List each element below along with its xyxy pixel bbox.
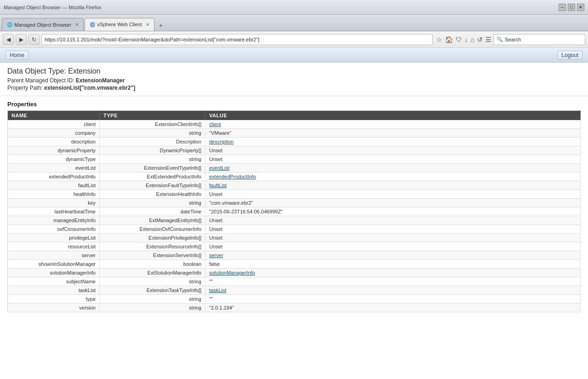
cell-value: "VMware" — [206, 129, 581, 138]
cell-type: string — [100, 304, 206, 312]
value-link[interactable]: description — [209, 139, 234, 144]
table-row: descriptionDescriptiondescription — [8, 138, 581, 146]
top-bar: Home Logout — [0, 48, 588, 63]
properties-table: NAME TYPE VALUE clientExtensionClientInf… — [7, 110, 581, 312]
table-row: taskListExtensionTaskTypeInfo[]taskList — [8, 286, 581, 295]
cell-value: false — [206, 260, 581, 269]
search-bar[interactable]: 🔍 — [493, 34, 585, 45]
maximize-button[interactable]: □ — [568, 4, 575, 11]
url-text: https://10.115.1.201/mob/?moid=Extension… — [45, 37, 259, 42]
download-icon[interactable]: ↓ — [465, 36, 468, 43]
cell-value: "2015-06-23T16:54:06.046999Z" — [206, 207, 581, 216]
table-row: serverExtensionServerInfo[]server — [8, 251, 581, 260]
properties-heading: Properties — [7, 101, 581, 108]
tab1-label: Managed Object Browser — [14, 22, 71, 28]
table-header: NAME TYPE VALUE — [8, 111, 581, 121]
title-bar: Managed Object Browser — Mozilla Firefox… — [0, 0, 588, 15]
tab1-close[interactable]: ✕ — [75, 22, 79, 27]
title-value: Extension — [68, 67, 100, 75]
parent-object: Parent Managed Object ID: ExtensionManag… — [7, 77, 581, 84]
tab2-label: vSphere Web Client — [97, 22, 142, 27]
cell-type: string — [100, 277, 206, 286]
cell-value: "" — [206, 295, 581, 304]
url-bar[interactable]: https://10.115.1.201/mob/?moid=Extension… — [41, 34, 433, 45]
cell-type: string — [100, 199, 206, 207]
new-tab-button[interactable]: + — [155, 20, 166, 31]
cell-name: dynamicProperty — [8, 146, 100, 155]
table-row: faultListExtensionFaultTypeInfo[]faultLi… — [8, 181, 581, 190]
value-link[interactable]: server — [209, 253, 223, 258]
value-link[interactable]: solutionManagerInfo — [209, 270, 255, 276]
forward-button[interactable]: ▶ — [16, 34, 27, 45]
cell-type: DynamicProperty[] — [100, 146, 206, 155]
shield-icon[interactable]: 🛡 — [456, 36, 462, 43]
bookmark-icon[interactable]: ☆ — [436, 36, 442, 43]
cell-value: client — [206, 120, 581, 129]
path-label: Property Path: — [7, 85, 44, 91]
cell-name: faultList — [8, 181, 100, 190]
search-input[interactable] — [505, 37, 582, 42]
table-row: shownInSolutionManagerbooleanfalse — [8, 260, 581, 269]
cell-value: taskList — [206, 286, 581, 295]
cell-value: eventList — [206, 164, 581, 172]
cell-type: ExtensionResourceInfo[] — [100, 242, 206, 251]
tab2-close[interactable]: ✕ — [146, 22, 149, 27]
cell-type: boolean — [100, 260, 206, 269]
col-type: TYPE — [100, 111, 206, 121]
cell-value: extendedProductInfo — [206, 172, 581, 181]
table-row: subjectNamestring"" — [8, 277, 581, 286]
cell-value: description — [206, 138, 581, 146]
home-link[interactable]: Home — [6, 51, 29, 60]
cell-type: ExtManagedEntityInfo[] — [100, 216, 206, 225]
cell-name: description — [8, 138, 100, 146]
minimize-button[interactable]: ─ — [559, 4, 566, 11]
table-row: lastHeartbeatTimedateTime"2015-06-23T16:… — [8, 207, 581, 216]
table-row: ovfConsumerInfoExtensionOvfConsumerInfoU… — [8, 225, 581, 234]
cell-value: "" — [206, 277, 581, 286]
logout-button[interactable]: Logout — [557, 51, 582, 60]
refresh-icon: ↻ — [32, 36, 36, 43]
value-link[interactable]: client — [209, 121, 221, 127]
cell-name: server — [8, 251, 100, 260]
parent-value: ExtensionManager — [76, 77, 125, 84]
navigation-bar: ◀ ▶ ↻ https://10.115.1.201/mob/?moid=Ext… — [0, 31, 588, 48]
cell-type: string — [100, 295, 206, 304]
cell-value: Unset — [206, 146, 581, 155]
value-link[interactable]: taskList — [209, 287, 226, 293]
home-nav-icon[interactable]: 🏠 — [445, 36, 453, 43]
cell-name: subjectName — [8, 277, 100, 286]
refresh-button[interactable]: ↻ — [29, 34, 40, 45]
value-link[interactable]: extendedProductInfo — [209, 174, 256, 179]
cell-name: privilegeList — [8, 234, 100, 242]
cell-value: solutionManagerInfo — [206, 269, 581, 277]
cell-name: managedEntityInfo — [8, 216, 100, 225]
cell-type: string — [100, 155, 206, 164]
tab1-icon: 🌐 — [7, 22, 12, 27]
cell-type: ExtensionOvfConsumerInfo — [100, 225, 206, 234]
tab-vsphere-web-client[interactable]: 🌀 vSphere Web Client ✕ — [85, 18, 154, 31]
properties-section: Properties NAME TYPE VALUE clientExtensi… — [0, 96, 588, 317]
home2-icon[interactable]: ⌂ — [471, 36, 474, 43]
nav-icons: ☆ 🏠 🛡 ↓ ⌂ ↺ ☰ — [436, 36, 491, 43]
table-row: clientExtensionClientInfo[]client — [8, 120, 581, 129]
back-button[interactable]: ◀ — [3, 34, 14, 45]
value-link[interactable]: faultList — [209, 183, 227, 188]
value-link[interactable]: eventList — [209, 165, 229, 171]
table-row: managedEntityInfoExtManagedEntityInfo[]U… — [8, 216, 581, 225]
cell-type: ExtensionFaultTypeInfo[] — [100, 181, 206, 190]
header-section: Data Object Type: Extension Parent Manag… — [0, 63, 588, 96]
tab-managed-object-browser[interactable]: 🌐 Managed Object Browser ✕ — [2, 18, 84, 31]
search-icon: 🔍 — [497, 36, 503, 42]
table-header-row: NAME TYPE VALUE — [8, 111, 581, 121]
cell-type: Description — [100, 138, 206, 146]
cell-name: company — [8, 129, 100, 138]
cell-name: version — [8, 304, 100, 312]
menu-icon[interactable]: ☰ — [485, 36, 491, 43]
sync-icon[interactable]: ↺ — [477, 36, 483, 43]
cell-name: ovfConsumerInfo — [8, 225, 100, 234]
cell-name: type — [8, 295, 100, 304]
close-button[interactable]: ✕ — [577, 4, 584, 11]
cell-type: ExtExtendedProductInfo — [100, 172, 206, 181]
table-row: extendedProductInfoExtExtendedProductInf… — [8, 172, 581, 181]
table-row: companystring"VMware" — [8, 129, 581, 138]
